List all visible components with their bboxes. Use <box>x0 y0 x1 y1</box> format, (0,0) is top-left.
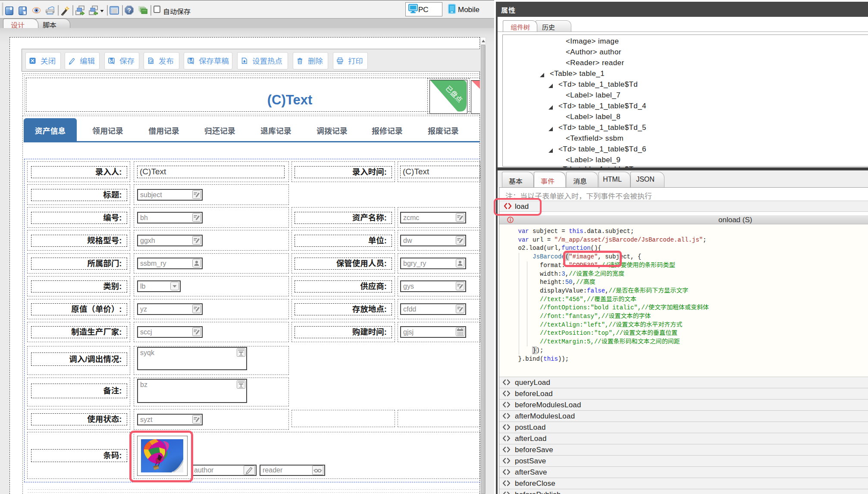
svg-text:?: ? <box>127 6 131 14</box>
